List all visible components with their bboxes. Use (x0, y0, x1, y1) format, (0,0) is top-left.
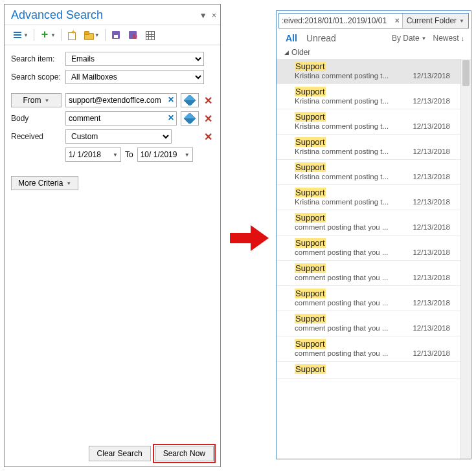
clear-body-icon[interactable]: ✕ (168, 113, 174, 122)
open-folder-button[interactable]: ▼ (81, 28, 102, 42)
clear-search-icon[interactable]: × (395, 16, 400, 25)
separator (61, 29, 62, 41)
mail-item[interactable]: Supportcomment posting that you ...12/13… (277, 311, 460, 336)
tab-all[interactable]: All (286, 33, 297, 43)
search-results-pane: :eived:2018/01/01..2019/10/01 × Current … (276, 10, 471, 459)
mail-sender: Support (295, 137, 326, 147)
mail-sender: Support (295, 162, 326, 172)
pane-title-text: Advanced Search (11, 8, 103, 21)
mail-date: 12/13/2018 (413, 299, 450, 307)
mail-subject: comment posting that you ... (295, 299, 388, 307)
mail-item[interactable]: SupportKristina comment posting t...12/1… (277, 135, 460, 160)
mail-sender: Support (295, 188, 326, 197)
search-form: Search item: Emails Search scope: All Ma… (5, 45, 220, 197)
mail-item[interactable]: Supportcomment posting that you ...12/13… (277, 236, 460, 261)
label-received: Received (11, 132, 62, 141)
mail-subject: comment posting that you ... (295, 223, 388, 231)
mail-sender: Support (295, 87, 326, 96)
mail-date: 12/13/2018 (413, 198, 450, 206)
label-body: Body (11, 114, 62, 123)
label-search-item: Search item: (11, 54, 62, 63)
group-older[interactable]: ◢ Older (277, 46, 471, 59)
mail-date: 12/13/2018 (413, 173, 450, 181)
mail-subject: Kristina comment posting t... (295, 122, 389, 130)
mail-subject: comment posting that you ... (295, 324, 388, 332)
list-header: All Unread By Date▼ Newest↓ (277, 30, 471, 46)
sort-order-dropdown[interactable]: Newest↓ (433, 34, 464, 43)
mail-sender: Support (295, 238, 326, 248)
separator (105, 29, 106, 41)
svg-marker-0 (230, 225, 269, 251)
mail-item[interactable]: Supportcomment posting that you ...12/13… (277, 286, 460, 311)
mail-sender: Support (295, 364, 326, 374)
mail-date: 12/13/2018 (413, 324, 450, 332)
scrollbar[interactable] (460, 59, 471, 459)
pin-icon[interactable]: ▼ (199, 11, 207, 20)
mail-item[interactable]: SupportKristina comment posting t...12/1… (277, 59, 460, 84)
mail-item[interactable]: Support (277, 362, 460, 379)
save-button[interactable] (108, 28, 124, 42)
close-icon[interactable]: × (212, 11, 216, 20)
scroll-thumb[interactable] (462, 60, 470, 86)
mail-date: 12/13/2018 (413, 148, 450, 155)
edit-body-button[interactable] (181, 111, 199, 126)
pencil-icon (183, 112, 196, 125)
more-criteria-button[interactable]: More Criteria▼ (11, 176, 78, 190)
mail-sender: Support (295, 263, 326, 273)
mail-date: 12/13/2018 (413, 223, 450, 231)
mail-list: SupportKristina comment posting t...12/1… (277, 59, 471, 459)
clear-search-button[interactable]: Clear Search (89, 446, 151, 461)
search-item-select[interactable]: Emails (65, 52, 204, 66)
mail-item[interactable]: SupportKristina comment posting t...12/1… (277, 185, 460, 210)
search-scope-select[interactable]: All Mailboxes (65, 70, 204, 84)
mail-item[interactable]: Supportcomment posting that you ...12/13… (277, 210, 460, 236)
grid-view-button[interactable] (142, 28, 157, 42)
mail-sender: Support (295, 289, 326, 298)
tab-unread[interactable]: Unread (306, 33, 336, 43)
body-input[interactable] (65, 111, 177, 126)
search-now-button[interactable]: Search Now (155, 446, 214, 461)
received-select[interactable]: Custom (65, 129, 172, 144)
pane-title: Advanced Search ▼ × (5, 5, 220, 25)
label-search-scope: Search scope: (11, 72, 62, 82)
mail-date: 12/13/2018 (413, 97, 450, 105)
mail-item[interactable]: SupportKristina comment posting t...12/1… (277, 109, 460, 135)
toolbar: ▼ +▼ ▼ (5, 25, 220, 45)
sort-by-dropdown[interactable]: By Date▼ (392, 34, 427, 43)
from-button[interactable]: From▼ (11, 93, 62, 107)
save-as-button[interactable] (125, 28, 141, 42)
mail-date: 12/13/2018 (413, 122, 450, 130)
pencil-icon (183, 94, 196, 107)
delete-body-criterion[interactable]: ✕ (203, 113, 214, 125)
from-input[interactable] (65, 93, 177, 107)
delete-from-criterion[interactable]: ✕ (203, 94, 214, 107)
mail-subject: comment posting that you ... (295, 274, 388, 281)
search-query-text[interactable]: :eived:2018/01/01..2019/10/01 (282, 16, 392, 25)
edit-from-button[interactable] (181, 93, 199, 107)
mail-item[interactable]: SupportKristina comment posting t...12/1… (277, 160, 460, 185)
mail-date: 12/13/2018 (413, 248, 450, 256)
delete-received-criterion[interactable]: ✕ (203, 131, 214, 143)
mail-sender: Support (295, 339, 326, 349)
date-to-input[interactable]: 10/ 1/2019▼ (137, 148, 193, 162)
clear-from-icon[interactable]: ✕ (168, 95, 174, 104)
mail-subject: Kristina comment posting t... (295, 198, 389, 206)
new-item-button[interactable]: +▼ (37, 28, 58, 42)
mail-sender: Support (295, 213, 326, 223)
mail-item[interactable]: SupportKristina comment posting t...12/1… (277, 84, 460, 109)
mail-subject: comment posting that you ... (295, 349, 388, 357)
mail-date: 12/13/2018 (413, 274, 450, 281)
advanced-search-pane: Advanced Search ▼ × ▼ +▼ ▼ Search item: … (4, 4, 221, 467)
scope-dropdown[interactable]: Current Folder▼ (403, 14, 468, 28)
mail-subject: comment posting that you ... (295, 248, 388, 256)
mail-subject: Kristina comment posting t... (295, 97, 389, 105)
mail-item[interactable]: Supportcomment posting that you ...12/13… (277, 336, 460, 362)
separator (34, 29, 34, 41)
date-from-input[interactable]: 1/ 1/2018▼ (65, 148, 121, 162)
arrow-icon (230, 225, 269, 251)
mail-item[interactable]: Supportcomment posting that you ...12/13… (277, 261, 460, 286)
mail-date: 12/13/2018 (413, 349, 450, 357)
list-view-button[interactable]: ▼ (10, 28, 31, 42)
new-doc-button[interactable] (64, 28, 80, 42)
mail-subject: Kristina comment posting t... (295, 148, 389, 155)
